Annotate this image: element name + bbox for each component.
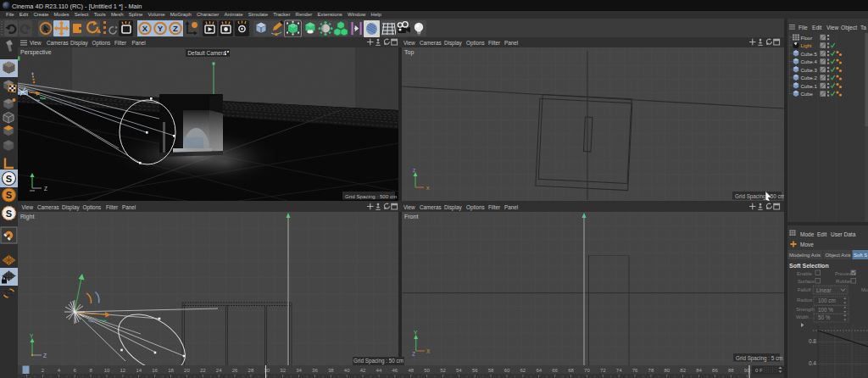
svg-text:Options: Options: [83, 204, 102, 211]
svg-text:32: 32: [280, 368, 286, 373]
svg-text:View: View: [403, 204, 415, 210]
svg-text:88: 88: [728, 368, 734, 373]
svg-text:8: 8: [89, 368, 92, 373]
svg-text:Display: Display: [444, 40, 462, 47]
svg-text:4: 4: [58, 368, 61, 373]
svg-text:Falloff: Falloff: [798, 287, 811, 292]
svg-text:Y: Y: [158, 24, 164, 33]
svg-text:X: X: [142, 24, 148, 33]
svg-text:Display: Display: [70, 40, 88, 47]
svg-text:100 %: 100 %: [818, 307, 833, 313]
svg-text:22: 22: [200, 368, 206, 373]
svg-text:Z: Z: [173, 24, 178, 33]
svg-text:Filter: Filter: [488, 40, 500, 46]
svg-text:Mo: Mo: [861, 287, 868, 292]
svg-text:10: 10: [104, 368, 110, 373]
svg-text:Linear: Linear: [816, 287, 832, 293]
svg-text:Soft S: Soft S: [854, 253, 867, 258]
svg-text:100 cm: 100 cm: [818, 297, 836, 303]
svg-text:50: 50: [424, 368, 430, 373]
svg-text:Panel: Panel: [504, 40, 518, 46]
svg-text:Panel: Panel: [122, 204, 136, 210]
svg-text:54: 54: [456, 368, 462, 373]
svg-text:Cube.1: Cube.1: [801, 84, 818, 89]
svg-text:34: 34: [296, 368, 302, 373]
svg-text:62: 62: [520, 368, 526, 373]
svg-text:20: 20: [184, 368, 190, 373]
svg-text:Panel: Panel: [504, 204, 518, 210]
svg-text:Width . .: Width . .: [796, 314, 815, 320]
svg-text:86: 86: [712, 368, 718, 373]
svg-text:Edit: Edit: [817, 231, 826, 237]
svg-text:2: 2: [42, 368, 45, 373]
svg-text:70: 70: [584, 368, 590, 373]
svg-text:View: View: [30, 40, 42, 46]
svg-text:Edit: Edit: [812, 25, 822, 31]
svg-text:64: 64: [536, 368, 542, 373]
svg-text:Cameras: Cameras: [47, 40, 69, 46]
svg-text:Cube.5: Cube.5: [801, 52, 818, 57]
svg-text:S: S: [6, 174, 12, 184]
svg-text:Filter: Filter: [106, 204, 118, 210]
svg-text:38: 38: [328, 368, 334, 373]
svg-text:0.8: 0.8: [809, 338, 816, 344]
svg-text:Radius: Radius: [797, 297, 812, 303]
svg-text:44: 44: [376, 368, 382, 373]
svg-text:72: 72: [600, 368, 606, 373]
svg-text:76: 76: [632, 368, 638, 373]
svg-text:82: 82: [680, 368, 686, 373]
svg-text:File: File: [798, 25, 808, 31]
svg-text:Strength: Strength: [796, 307, 815, 312]
svg-text:Cameras: Cameras: [37, 204, 59, 210]
svg-text:Light: Light: [801, 43, 812, 48]
svg-text:Panel: Panel: [132, 40, 146, 46]
svg-text:30: 30: [264, 368, 270, 373]
svg-text:56: 56: [472, 368, 478, 373]
svg-text:Floor: Floor: [801, 36, 813, 41]
svg-text:60: 60: [504, 368, 510, 373]
svg-text:6: 6: [74, 368, 77, 373]
svg-text:80: 80: [664, 368, 670, 373]
svg-text:Cameras: Cameras: [420, 40, 442, 46]
svg-text:40: 40: [344, 368, 350, 373]
svg-text:28: 28: [248, 368, 254, 373]
svg-text:66: 66: [552, 368, 558, 373]
svg-text:User Data: User Data: [831, 231, 856, 237]
svg-text:36: 36: [312, 368, 318, 373]
svg-text:50 %: 50 %: [818, 314, 831, 320]
svg-text:Display: Display: [62, 204, 80, 211]
svg-text:16: 16: [152, 368, 158, 373]
svg-text:View: View: [826, 25, 838, 31]
svg-text:52: 52: [440, 368, 446, 373]
svg-text:View: View: [22, 204, 34, 210]
svg-text:74: 74: [616, 368, 622, 373]
svg-text:Display: Display: [444, 204, 462, 211]
svg-text:46: 46: [392, 368, 398, 373]
svg-text:58: 58: [488, 368, 494, 373]
svg-text:Filter: Filter: [114, 40, 126, 46]
svg-text:Options: Options: [466, 40, 485, 47]
svg-text:Object Axis: Object Axis: [826, 253, 851, 258]
svg-text:Cube: Cube: [801, 92, 814, 97]
svg-text:68: 68: [568, 368, 574, 373]
svg-text:14: 14: [136, 368, 142, 373]
svg-text:48: 48: [408, 368, 414, 373]
svg-text:View: View: [403, 40, 415, 46]
svg-text:Soft Selection: Soft Selection: [789, 263, 829, 269]
svg-text:78: 78: [648, 368, 654, 373]
svg-text:Rubber: Rubber: [836, 279, 852, 284]
svg-text:Options: Options: [466, 204, 485, 211]
svg-text:Filter: Filter: [488, 204, 500, 210]
svg-text:Options: Options: [92, 40, 111, 47]
svg-text:26: 26: [232, 368, 238, 373]
svg-text:0.4: 0.4: [809, 360, 816, 366]
svg-text:Ta: Ta: [860, 25, 866, 31]
svg-text:Mode: Mode: [800, 231, 815, 237]
svg-text:Surface: Surface: [798, 279, 815, 284]
svg-text:Cube.3: Cube.3: [801, 68, 818, 73]
svg-text:18: 18: [168, 368, 174, 373]
svg-text:0 F: 0 F: [755, 368, 763, 373]
svg-text:Cameras: Cameras: [420, 204, 442, 210]
svg-text:Cube.4: Cube.4: [801, 59, 818, 64]
svg-text:42: 42: [360, 368, 366, 373]
